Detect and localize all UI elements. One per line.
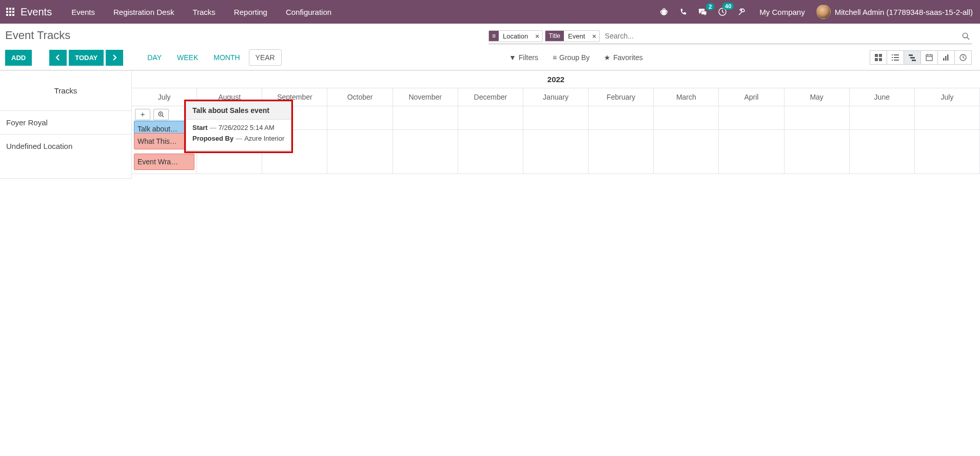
gantt-cell[interactable] (785, 106, 850, 130)
user-menu[interactable]: Mitchell Admin (17789348-saas-15-2-all) (816, 5, 976, 19)
scale-week[interactable]: WEEK (170, 49, 205, 66)
gantt-cell[interactable] (393, 106, 458, 130)
menu-events[interactable]: Events (64, 2, 102, 23)
search-input[interactable] (602, 30, 960, 42)
month-header: December (458, 88, 523, 106)
prev-button[interactable] (49, 50, 67, 66)
gantt-cell[interactable] (654, 130, 719, 174)
list-view-icon[interactable] (887, 50, 904, 65)
svg-rect-26 (926, 55, 932, 61)
svg-rect-23 (909, 54, 913, 56)
main-menu: Events Registration Desk Tracks Reportin… (64, 2, 339, 23)
month-header: May (785, 88, 850, 106)
facet-field-label: Title (545, 31, 564, 41)
search-icon[interactable] (960, 32, 972, 40)
month-header: October (327, 88, 393, 106)
graph-view-icon[interactable] (937, 50, 955, 65)
svg-rect-25 (912, 60, 916, 61)
activities-icon[interactable]: 40 (716, 6, 729, 18)
apps-icon[interactable] (4, 8, 21, 16)
gantt-cell[interactable] (523, 106, 589, 130)
gantt-cell[interactable] (589, 106, 654, 130)
gantt-cell[interactable] (850, 130, 915, 174)
gantt-cell[interactable] (458, 106, 523, 130)
month-header: July (915, 88, 980, 106)
menu-registration-desk[interactable]: Registration Desk (106, 2, 181, 23)
facet-remove-icon[interactable]: × (589, 31, 599, 42)
scale-month[interactable]: MONTH (207, 49, 246, 66)
gantt-cell[interactable] (327, 130, 393, 174)
menu-configuration[interactable]: Configuration (279, 2, 339, 23)
svg-rect-2 (12, 8, 14, 10)
popover-start-value: 7/26/2022 5:14 AM (219, 124, 275, 131)
gantt-cell[interactable] (719, 106, 784, 130)
filters-dropdown[interactable]: ▼Filters (509, 53, 538, 62)
topnav: Events Events Registration Desk Tracks R… (0, 0, 980, 24)
gantt-view-icon[interactable] (904, 50, 921, 65)
calendar-view-icon[interactable] (920, 50, 938, 65)
svg-line-35 (162, 116, 164, 117)
groupby-dropdown[interactable]: ≡Group By (553, 53, 590, 62)
add-button[interactable]: ADD (5, 50, 32, 66)
topnav-right: 2 40 My Company Mitchell Admin (17789348… (658, 5, 976, 19)
svg-rect-6 (6, 14, 8, 16)
tools-icon[interactable] (736, 6, 748, 18)
messages-icon[interactable]: 2 (696, 6, 709, 18)
facet-remove-icon[interactable]: × (532, 31, 542, 42)
kanban-view-icon[interactable] (870, 50, 887, 65)
svg-rect-24 (910, 57, 915, 59)
favorites-dropdown[interactable]: ★Favorites (604, 53, 643, 62)
svg-point-11 (963, 33, 967, 37)
gantt-cell[interactable] (458, 130, 523, 174)
gantt-cell[interactable] (785, 130, 850, 174)
gantt-cell[interactable] (915, 106, 980, 130)
menu-reporting[interactable]: Reporting (227, 2, 275, 23)
today-button[interactable]: TODAY (69, 50, 104, 66)
gantt-cell[interactable] (850, 106, 915, 130)
event-popover: Talk about Sales event Start—7/26/2022 5… (186, 101, 291, 151)
module-brand[interactable]: Events (21, 6, 64, 18)
menu-tracks[interactable]: Tracks (185, 2, 222, 23)
scale-day[interactable]: DAY (141, 49, 168, 66)
gantt-event-bar[interactable]: Event Wra… (134, 154, 194, 170)
svg-rect-17 (892, 54, 893, 55)
groupby-icon: ≡ (553, 53, 557, 62)
filter-icon: ▼ (509, 53, 516, 62)
messages-badge: 2 (706, 3, 714, 10)
activity-view-icon[interactable] (954, 50, 972, 65)
view-switcher (870, 50, 972, 65)
popover-proposedby-label: Proposed By (192, 135, 233, 142)
gantt-cell[interactable] (327, 106, 393, 130)
star-icon: ★ (604, 53, 611, 62)
gantt-cell[interactable] (523, 130, 589, 174)
svg-rect-21 (892, 60, 893, 61)
facet-value: Event (564, 31, 589, 42)
company-selector[interactable]: My Company (755, 8, 809, 16)
phone-icon[interactable] (677, 6, 689, 18)
gantt-cell[interactable] (589, 130, 654, 174)
bug-icon[interactable] (658, 6, 670, 18)
search-bar[interactable]: ≡ Location × Title Event × (488, 30, 972, 44)
scale-year[interactable]: YEAR (249, 49, 282, 66)
svg-rect-8 (12, 14, 14, 16)
svg-rect-18 (894, 54, 899, 55)
svg-rect-0 (6, 8, 8, 10)
next-button[interactable] (106, 50, 123, 66)
gantt-row-label[interactable]: Foyer Royal (0, 111, 131, 135)
popover-proposedby-value: Azure Interior (244, 135, 284, 142)
cell-zoom-icon[interactable] (153, 109, 169, 120)
user-name: Mitchell Admin (17789348-saas-15-2-all) (835, 8, 973, 16)
gantt-row-label[interactable]: Undefined Location (0, 135, 131, 179)
control-panel: Event Tracks ≡ Location × Title Event × … (0, 24, 980, 70)
svg-rect-15 (875, 58, 878, 61)
svg-point-9 (662, 10, 666, 15)
svg-rect-5 (12, 11, 14, 13)
gantt-cell[interactable] (915, 130, 980, 174)
svg-rect-19 (892, 57, 893, 58)
gantt-cell[interactable] (654, 106, 719, 130)
gantt-cell[interactable] (719, 130, 784, 174)
svg-rect-16 (879, 58, 882, 61)
cell-add-icon[interactable]: ＋ (135, 109, 150, 120)
svg-rect-30 (943, 58, 945, 61)
gantt-cell[interactable] (393, 130, 458, 174)
